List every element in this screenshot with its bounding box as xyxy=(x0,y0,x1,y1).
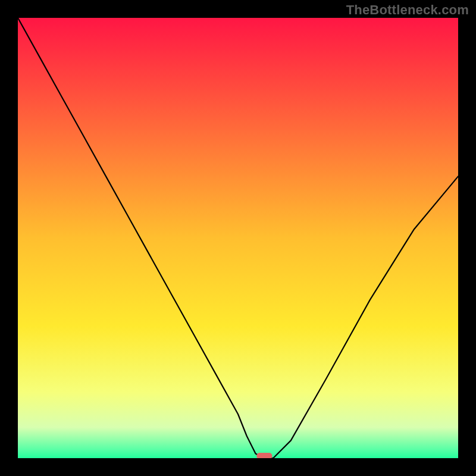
optimal-point-marker xyxy=(256,453,272,458)
chart-svg xyxy=(18,18,458,458)
gradient-background xyxy=(18,18,458,458)
watermark-text: TheBottleneck.com xyxy=(346,2,469,18)
chart-frame: TheBottleneck.com xyxy=(0,0,476,476)
plot-area xyxy=(18,18,458,458)
